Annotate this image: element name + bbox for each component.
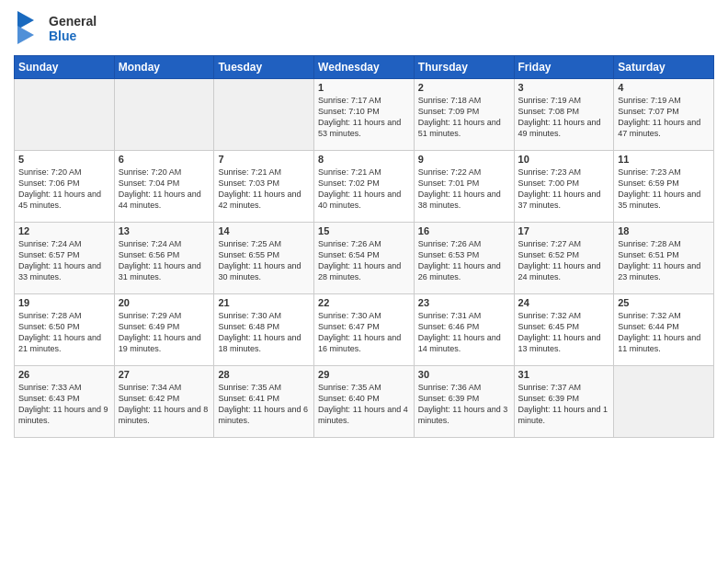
day-header-friday: Friday <box>514 56 614 79</box>
day-number: 18 <box>618 225 710 236</box>
day-number: 9 <box>418 154 510 165</box>
calendar-table: SundayMondayTuesdayWednesdayThursdayFrid… <box>14 55 714 438</box>
calendar-cell: 13Sunrise: 7:24 AM Sunset: 6:56 PM Dayli… <box>114 223 214 294</box>
day-number: 10 <box>518 154 610 165</box>
day-number: 11 <box>618 154 710 165</box>
calendar-cell: 18Sunrise: 7:28 AM Sunset: 6:51 PM Dayli… <box>614 223 714 294</box>
svg-marker-0 <box>17 11 34 29</box>
calendar-cell: 29Sunrise: 7:35 AM Sunset: 6:40 PM Dayli… <box>314 366 415 438</box>
day-number: 25 <box>618 297 710 308</box>
day-number: 27 <box>119 369 210 380</box>
svg-marker-1 <box>17 26 34 44</box>
day-header-row: SundayMondayTuesdayWednesdayThursdayFrid… <box>15 56 714 79</box>
calendar-cell: 17Sunrise: 7:27 AM Sunset: 6:52 PM Dayli… <box>514 223 614 294</box>
cell-info: Sunrise: 7:24 AM Sunset: 6:57 PM Dayligh… <box>18 238 110 283</box>
calendar-cell: 4Sunrise: 7:19 AM Sunset: 7:07 PM Daylig… <box>614 79 714 151</box>
day-number: 4 <box>618 82 710 93</box>
day-number: 20 <box>119 297 210 308</box>
cell-info: Sunrise: 7:19 AM Sunset: 7:08 PM Dayligh… <box>518 95 610 140</box>
cell-info: Sunrise: 7:24 AM Sunset: 6:56 PM Dayligh… <box>119 238 210 283</box>
day-number: 29 <box>318 369 410 380</box>
calendar-cell: 28Sunrise: 7:35 AM Sunset: 6:41 PM Dayli… <box>214 366 314 438</box>
cell-info: Sunrise: 7:35 AM Sunset: 6:41 PM Dayligh… <box>218 382 310 427</box>
calendar-cell: 12Sunrise: 7:24 AM Sunset: 6:57 PM Dayli… <box>15 223 115 294</box>
calendar-cell: 27Sunrise: 7:34 AM Sunset: 6:42 PM Dayli… <box>114 366 214 438</box>
calendar-cell: 30Sunrise: 7:36 AM Sunset: 6:39 PM Dayli… <box>414 366 514 438</box>
calendar-cell <box>214 79 314 151</box>
cell-info: Sunrise: 7:20 AM Sunset: 7:06 PM Dayligh… <box>18 167 110 212</box>
calendar-cell <box>15 79 115 151</box>
cell-info: Sunrise: 7:17 AM Sunset: 7:10 PM Dayligh… <box>318 95 410 140</box>
header: GeneralBlue <box>14 9 714 48</box>
calendar-cell: 19Sunrise: 7:28 AM Sunset: 6:50 PM Dayli… <box>15 294 115 366</box>
cell-info: Sunrise: 7:31 AM Sunset: 6:46 PM Dayligh… <box>418 310 510 355</box>
day-number: 21 <box>218 297 310 308</box>
logo-svg: GeneralBlue <box>14 9 97 48</box>
day-number: 8 <box>318 154 410 165</box>
cell-info: Sunrise: 7:23 AM Sunset: 6:59 PM Dayligh… <box>618 167 710 212</box>
calendar-cell <box>614 366 714 438</box>
week-row-2: 12Sunrise: 7:24 AM Sunset: 6:57 PM Dayli… <box>15 223 714 294</box>
calendar-cell: 9Sunrise: 7:22 AM Sunset: 7:01 PM Daylig… <box>414 151 514 223</box>
cell-info: Sunrise: 7:21 AM Sunset: 7:02 PM Dayligh… <box>318 167 410 212</box>
cell-info: Sunrise: 7:30 AM Sunset: 6:47 PM Dayligh… <box>318 310 410 355</box>
cell-info: Sunrise: 7:29 AM Sunset: 6:49 PM Dayligh… <box>119 310 210 355</box>
cell-info: Sunrise: 7:26 AM Sunset: 6:53 PM Dayligh… <box>418 238 510 283</box>
day-header-saturday: Saturday <box>614 56 714 79</box>
day-number: 3 <box>518 82 610 93</box>
cell-info: Sunrise: 7:30 AM Sunset: 6:48 PM Dayligh… <box>218 310 310 355</box>
cell-info: Sunrise: 7:37 AM Sunset: 6:39 PM Dayligh… <box>518 382 610 427</box>
day-number: 1 <box>318 82 410 93</box>
calendar-cell: 26Sunrise: 7:33 AM Sunset: 6:43 PM Dayli… <box>15 366 115 438</box>
cell-info: Sunrise: 7:34 AM Sunset: 6:42 PM Dayligh… <box>119 382 210 427</box>
day-header-tuesday: Tuesday <box>214 56 314 79</box>
week-row-4: 26Sunrise: 7:33 AM Sunset: 6:43 PM Dayli… <box>15 366 714 438</box>
cell-info: Sunrise: 7:35 AM Sunset: 6:40 PM Dayligh… <box>318 382 410 427</box>
day-number: 30 <box>418 369 510 380</box>
calendar-cell: 10Sunrise: 7:23 AM Sunset: 7:00 PM Dayli… <box>514 151 614 223</box>
cell-info: Sunrise: 7:27 AM Sunset: 6:52 PM Dayligh… <box>518 238 610 283</box>
cell-info: Sunrise: 7:28 AM Sunset: 6:51 PM Dayligh… <box>618 238 710 283</box>
week-row-0: 1Sunrise: 7:17 AM Sunset: 7:10 PM Daylig… <box>15 79 714 151</box>
calendar-cell: 20Sunrise: 7:29 AM Sunset: 6:49 PM Dayli… <box>114 294 214 366</box>
day-number: 16 <box>418 225 510 236</box>
calendar-cell: 1Sunrise: 7:17 AM Sunset: 7:10 PM Daylig… <box>314 79 415 151</box>
day-number: 7 <box>218 154 310 165</box>
svg-text:Blue: Blue <box>49 29 77 43</box>
calendar-cell: 7Sunrise: 7:21 AM Sunset: 7:03 PM Daylig… <box>214 151 314 223</box>
day-number: 2 <box>418 82 510 93</box>
calendar-cell: 21Sunrise: 7:30 AM Sunset: 6:48 PM Dayli… <box>214 294 314 366</box>
calendar-cell: 11Sunrise: 7:23 AM Sunset: 6:59 PM Dayli… <box>614 151 714 223</box>
page-container: GeneralBlue SundayMondayTuesdayWednesday… <box>0 0 728 447</box>
cell-info: Sunrise: 7:18 AM Sunset: 7:09 PM Dayligh… <box>418 95 510 140</box>
cell-info: Sunrise: 7:33 AM Sunset: 6:43 PM Dayligh… <box>18 382 110 427</box>
logo: GeneralBlue <box>14 9 97 48</box>
calendar-cell: 16Sunrise: 7:26 AM Sunset: 6:53 PM Dayli… <box>414 223 514 294</box>
calendar-cell: 3Sunrise: 7:19 AM Sunset: 7:08 PM Daylig… <box>514 79 614 151</box>
calendar-cell: 15Sunrise: 7:26 AM Sunset: 6:54 PM Dayli… <box>314 223 415 294</box>
cell-info: Sunrise: 7:25 AM Sunset: 6:55 PM Dayligh… <box>218 238 310 283</box>
calendar-cell: 14Sunrise: 7:25 AM Sunset: 6:55 PM Dayli… <box>214 223 314 294</box>
cell-info: Sunrise: 7:19 AM Sunset: 7:07 PM Dayligh… <box>618 95 710 140</box>
calendar-cell: 6Sunrise: 7:20 AM Sunset: 7:04 PM Daylig… <box>114 151 214 223</box>
calendar-cell: 8Sunrise: 7:21 AM Sunset: 7:02 PM Daylig… <box>314 151 415 223</box>
calendar-cell: 31Sunrise: 7:37 AM Sunset: 6:39 PM Dayli… <box>514 366 614 438</box>
day-header-monday: Monday <box>114 56 214 79</box>
cell-info: Sunrise: 7:22 AM Sunset: 7:01 PM Dayligh… <box>418 167 510 212</box>
day-number: 23 <box>418 297 510 308</box>
cell-info: Sunrise: 7:26 AM Sunset: 6:54 PM Dayligh… <box>318 238 410 283</box>
day-number: 31 <box>518 369 610 380</box>
cell-info: Sunrise: 7:23 AM Sunset: 7:00 PM Dayligh… <box>518 167 610 212</box>
cell-info: Sunrise: 7:21 AM Sunset: 7:03 PM Dayligh… <box>218 167 310 212</box>
calendar-cell: 25Sunrise: 7:32 AM Sunset: 6:44 PM Dayli… <box>614 294 714 366</box>
calendar-cell: 24Sunrise: 7:32 AM Sunset: 6:45 PM Dayli… <box>514 294 614 366</box>
cell-info: Sunrise: 7:32 AM Sunset: 6:44 PM Dayligh… <box>618 310 710 355</box>
cell-info: Sunrise: 7:20 AM Sunset: 7:04 PM Dayligh… <box>119 167 210 212</box>
week-row-3: 19Sunrise: 7:28 AM Sunset: 6:50 PM Dayli… <box>15 294 714 366</box>
day-number: 14 <box>218 225 310 236</box>
day-number: 28 <box>218 369 310 380</box>
day-number: 6 <box>119 154 210 165</box>
day-number: 12 <box>18 225 110 236</box>
cell-info: Sunrise: 7:32 AM Sunset: 6:45 PM Dayligh… <box>518 310 610 355</box>
calendar-cell: 23Sunrise: 7:31 AM Sunset: 6:46 PM Dayli… <box>414 294 514 366</box>
